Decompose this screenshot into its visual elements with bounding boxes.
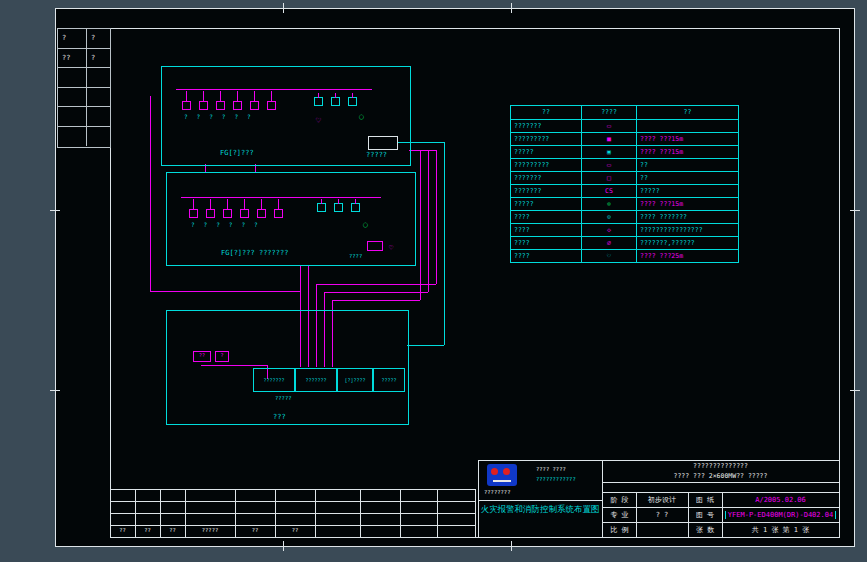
- zone-tick: [50, 390, 60, 391]
- zone-tick: [283, 541, 284, 551]
- panel-cell: ???????: [253, 368, 295, 392]
- legend-row: ????⊙???? ???????: [511, 210, 738, 223]
- legend-symbol-icon: ⊙: [582, 211, 637, 223]
- detector-caption: ??????: [191, 221, 267, 228]
- loop-label: FG[?]??? ???????: [221, 249, 288, 257]
- corner-table-row: ???: [58, 49, 110, 69]
- legend-header-symbol: ????: [582, 106, 637, 119]
- bus-wire: [181, 197, 381, 198]
- legend-symbol-icon: CS: [582, 185, 637, 197]
- titleblock-value: A/2005.02.06: [755, 496, 806, 504]
- company-line-2: ???? ??? 2×600MW?? ?????: [602, 471, 839, 481]
- detector-symbol: [274, 209, 283, 218]
- detector-symbol: [223, 209, 232, 218]
- legend-row: ?????????■???? ???15m: [511, 132, 738, 145]
- detector-symbol: [351, 203, 360, 212]
- detector-symbol: [257, 209, 266, 218]
- table-line: [437, 489, 438, 537]
- detector-symbol: [182, 101, 191, 110]
- control-panel: ??????????????[?]?????????: [253, 368, 405, 392]
- logo-side-line-1: ???? ????: [536, 466, 566, 472]
- table-line: [475, 489, 476, 537]
- detector-symbol: [240, 209, 249, 218]
- company-line-1: ??????????????: [602, 461, 839, 471]
- wire: [316, 284, 436, 285]
- wire: [420, 150, 421, 300]
- table-line: [110, 513, 475, 514]
- legend-symbol-icon: ▭: [582, 120, 637, 132]
- panel-cell: ???????: [295, 368, 337, 392]
- detector-symbol: [206, 209, 215, 218]
- detector-row: [189, 209, 283, 218]
- table-line: [110, 525, 475, 526]
- wire: [407, 345, 444, 346]
- revision-label: ??: [275, 527, 315, 533]
- cad-viewport[interactable]: ????? ?????? ♡ ○ ???: [0, 0, 867, 562]
- detector-symbol: [267, 101, 276, 110]
- legend-symbol-icon: ⌀: [582, 237, 637, 249]
- legend-row: ???????□??: [511, 171, 738, 184]
- drawing-title: 火灾报警和消防控制系统布置图: [479, 504, 601, 516]
- loop-box-2: ?????? ○ ♡ ???? FG[?]??? ???????: [166, 172, 416, 266]
- detector-symbol: [334, 203, 343, 212]
- room-label: ???: [273, 413, 286, 421]
- revision-label: ??: [135, 527, 160, 533]
- logo-dot: [491, 468, 498, 475]
- revision-label: ??: [235, 527, 275, 533]
- table-line: [110, 501, 475, 502]
- relay-box: ??: [193, 351, 211, 362]
- legend-symbol-icon: ▣: [582, 146, 637, 158]
- module-label: ?????: [366, 151, 387, 159]
- titleblock-row: 比 例张 数共 1 张 第 1 张: [603, 522, 839, 537]
- legend-header-desc: ??: [637, 106, 738, 119]
- corner-table: ?????: [57, 28, 111, 148]
- wire: [444, 142, 445, 345]
- corner-table-row: [58, 127, 110, 146]
- legend-header: ?? ???? ??: [511, 106, 738, 119]
- legend-row: ????♡???? ???25m: [511, 249, 738, 262]
- revision-label: ??: [160, 527, 185, 533]
- legend-header-name: ??: [511, 106, 582, 119]
- detector-symbol: [216, 101, 225, 110]
- corner-table-row: [58, 68, 110, 88]
- panel-cell: ?????: [373, 368, 405, 392]
- detector-symbol: [189, 209, 198, 218]
- control-room-box: ?? ? ??????????????[?]????????? ????? ??…: [166, 310, 409, 425]
- symbol-legend-table: ?? ???? ?? ???????▭?????????■???? ???15m…: [510, 105, 739, 263]
- legend-symbol-icon: ■: [582, 133, 637, 145]
- bell-icon: ♡: [316, 117, 321, 125]
- wire: [150, 291, 301, 292]
- wire: [324, 292, 428, 293]
- detector-caption: ??????: [184, 113, 260, 120]
- legend-symbol-icon: ▭: [582, 159, 637, 171]
- indicator-icon: ○: [363, 221, 368, 229]
- table-line: [360, 489, 361, 537]
- relay-box: ?: [215, 351, 229, 362]
- detector-symbol: [317, 203, 326, 212]
- titleblock-line: [602, 482, 839, 483]
- loop-box-1: ?????? ♡ ○ ????? FG[?]???: [161, 66, 411, 166]
- revision-label: ?????: [185, 527, 235, 533]
- titleblock-value: YFEM-P-ED400M(DR)-D402.04: [725, 511, 836, 519]
- corner-table-row: [58, 107, 110, 127]
- titleblock-row: 专 业? ?图 号YFEM-P-ED400M(DR)-D402.04: [603, 507, 839, 522]
- company-logo: [487, 464, 517, 486]
- legend-row: ?????▣???? ???15m: [511, 145, 738, 158]
- titleblock-value: 共 1 张 第 1 张: [752, 526, 810, 534]
- wire: [332, 300, 420, 301]
- detector-symbol: [331, 97, 340, 106]
- detector-row: [314, 97, 357, 106]
- logo-dot: [503, 468, 510, 475]
- detector-symbol: [233, 101, 242, 110]
- legend-symbol-icon: ♡: [582, 250, 637, 262]
- wire: [428, 150, 429, 292]
- zone-tick: [50, 210, 60, 211]
- legend-row: ?????⊕???? ???15m: [511, 197, 738, 210]
- logo-caption: ????????: [484, 489, 511, 495]
- detector-symbol: [250, 101, 259, 110]
- titleblock-row: 阶 段初步设计图 纸A/2005.02.06: [603, 492, 839, 507]
- revision-table-labels: ???????????????: [110, 527, 315, 533]
- legend-row: ???????▭: [511, 119, 738, 132]
- logo-side-line-2: ????????????: [536, 476, 576, 482]
- table-line: [400, 489, 401, 537]
